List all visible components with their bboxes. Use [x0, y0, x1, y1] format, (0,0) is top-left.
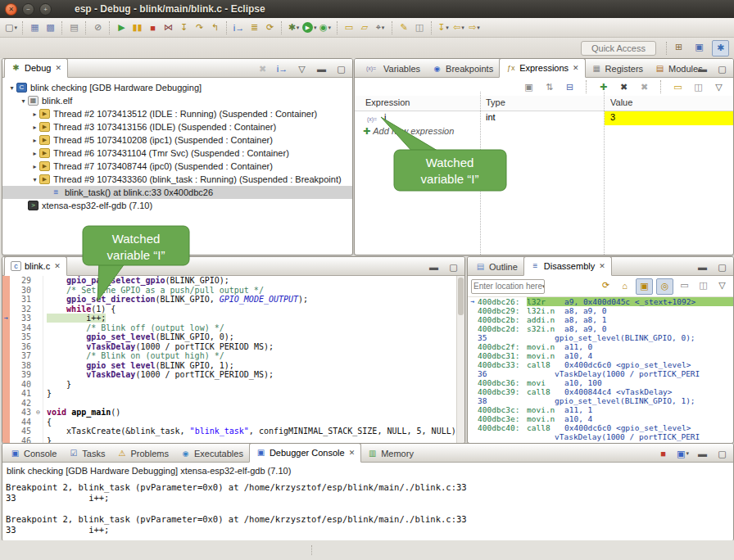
restart-button[interactable]: ⟳: [262, 20, 278, 35]
column-header-type[interactable]: Type: [486, 97, 505, 107]
editor-scrollbar-thumb[interactable]: [458, 278, 464, 315]
disassembly-source-line[interactable]: vTaskDelay(1000 / portTICK_PERI: [468, 432, 733, 441]
maximize-button[interactable]: ▢: [714, 61, 730, 76]
step-into-button[interactable]: ↧: [176, 20, 192, 35]
sync-active-context-button[interactable]: ◎: [656, 278, 673, 295]
console-tab-memory[interactable]: ▥Memory: [361, 445, 419, 462]
show-logical-structure-button[interactable]: ⇅: [541, 79, 557, 94]
expressions-tab-breakpoints[interactable]: ◉Breakpoints: [426, 61, 499, 77]
disassembly-tab-disassembly[interactable]: ≡Disassembly✕: [523, 256, 612, 276]
pin-button[interactable]: ◫: [691, 79, 706, 94]
close-tab-icon[interactable]: ✕: [55, 64, 61, 72]
disconnect-button[interactable]: ⋈: [161, 20, 176, 35]
code-line[interactable]: 42: [2, 399, 464, 409]
debug-tree-item[interactable]: ▾▦blink.elf: [2, 94, 352, 107]
code-line[interactable]: 36 vTaskDelay(1000 / portTICK_PERIOD_MS)…: [2, 342, 464, 352]
code-line[interactable]: 34 /* Blink off (output low) */: [2, 323, 464, 333]
maximize-button[interactable]: ▢: [714, 446, 730, 461]
home-button[interactable]: ⌂: [617, 278, 632, 293]
print-button[interactable]: ▤: [66, 20, 82, 35]
location-input[interactable]: Enter location here ▾: [471, 279, 545, 294]
view-menu-button[interactable]: ▽: [714, 278, 730, 293]
disassembly-source-line[interactable]: 36vTaskDelay(1000 / portTICK_PERI: [468, 369, 733, 378]
quick-access-button[interactable]: Quick Access: [581, 41, 656, 56]
disassembly-tab-outline[interactable]: ▤Outline: [469, 259, 523, 275]
current-code-line[interactable]: →33 i++;: [2, 314, 464, 323]
step-over-button[interactable]: ↷: [192, 20, 207, 35]
code-line[interactable]: 41}: [2, 389, 464, 399]
tree-expander-icon[interactable]: ▸: [30, 124, 39, 131]
code-line[interactable]: 39 vTaskDelay(1000 / portTICK_PERIOD_MS)…: [2, 370, 464, 380]
code-line[interactable]: 31 gpio_set_direction(BLINK_GPIO, GPIO_M…: [2, 295, 464, 305]
tree-expander-icon[interactable]: ▾: [30, 176, 39, 183]
column-header-expression[interactable]: Expression: [365, 97, 410, 107]
save-all-button[interactable]: ▩: [43, 20, 58, 35]
code-line[interactable]: 37 /* Blink on (output high) */: [2, 351, 464, 361]
skip-all-breakpoints-button[interactable]: ⊘: [90, 20, 106, 35]
open-element-button[interactable]: ▱: [357, 20, 373, 35]
close-tab-icon[interactable]: ✕: [573, 64, 579, 72]
instruction-stepping-button[interactable]: i→: [231, 20, 247, 35]
tree-expander-icon[interactable]: ▾: [19, 97, 28, 105]
minimize-button[interactable]: ▬: [695, 260, 710, 274]
code-line[interactable]: 38 gpio_set_level(BLINK_GPIO, 1);: [2, 361, 464, 371]
tree-expander-icon[interactable]: ▸: [30, 111, 39, 118]
debug-tree-item[interactable]: >xtensa-esp32-elf-gdb (7.10): [2, 199, 352, 212]
code-editor[interactable]: 29 gpio_pad_select_gpio(BLINK_GPIO);30 /…: [2, 276, 464, 444]
disassembly-line[interactable]: 400dbc3c:movi.na11, 1: [468, 405, 733, 414]
disassembly-line[interactable]: 400dbc29:l32i.na8, a9, 0: [468, 306, 733, 315]
console-tab-problems[interactable]: ⚠Problems: [111, 445, 174, 462]
window-maximize-button[interactable]: +: [39, 3, 52, 16]
expressions-tab-expressions[interactable]: ƒxExpressions✕: [499, 58, 585, 78]
code-line[interactable]: 45 xTaskCreate(&blink_task, "blink_task"…: [2, 427, 464, 436]
debug-tree-item[interactable]: ▸▶Thread #2 1073413512 (IDLE : Running) …: [2, 107, 352, 120]
mark-occurrences-button[interactable]: ✎: [396, 20, 412, 35]
debug-tree-item[interactable]: ▾▶Thread #9 1073433360 (blink_task : Run…: [2, 173, 352, 186]
show-source-button[interactable]: ▣: [636, 278, 653, 295]
disassembly-line[interactable]: 400dbc2b:addi.na8, a8, 1: [468, 315, 733, 324]
disassembly-line[interactable]: 400dbc36:movia10, 100: [468, 378, 733, 387]
run-button[interactable]: ▶▾: [301, 20, 318, 35]
resume-button[interactable]: ▶: [114, 20, 129, 35]
collapse-all-button[interactable]: ⊟: [562, 79, 578, 94]
minimize-button[interactable]: ▬: [695, 61, 710, 76]
column-header-value[interactable]: Value: [610, 97, 632, 107]
remove-all-terminated-button[interactable]: ✖: [255, 61, 270, 76]
code-line[interactable]: 43⊖void app_main(): [2, 408, 464, 418]
maximize-button[interactable]: ▢: [446, 260, 461, 274]
console-tab-executables[interactable]: ◉Executables: [174, 445, 249, 462]
window-close-button[interactable]: ✕: [5, 3, 17, 16]
disassembly-line[interactable]: 400dbc39:call80x400844c4 <vTaskDelay>: [468, 387, 733, 396]
console-tab-debugger-console[interactable]: ▣Debugger Console✕: [249, 443, 361, 463]
tree-expander-icon[interactable]: ▸: [30, 163, 39, 170]
remove-expression-button[interactable]: ✖: [616, 79, 632, 94]
disassembly-line[interactable]: 400dbc3e:movi.na10, 4: [468, 414, 733, 423]
close-tab-icon[interactable]: ✕: [349, 449, 356, 457]
cpp-perspective-button[interactable]: ▣: [691, 40, 707, 55]
open-perspective-button[interactable]: ⊞: [671, 40, 686, 55]
new-view-button[interactable]: ▭: [677, 278, 692, 293]
fold-marker-icon[interactable]: ⊖: [34, 408, 43, 418]
search-button[interactable]: ⌖▾: [373, 20, 388, 35]
maximize-button[interactable]: ▢: [333, 61, 349, 76]
editor-scrollbar[interactable]: [456, 276, 464, 443]
code-line[interactable]: 44{: [2, 418, 464, 427]
tree-expander-icon[interactable]: ▾: [7, 84, 16, 92]
debug-button[interactable]: ✱▾: [286, 20, 301, 35]
close-tab-icon[interactable]: ✕: [599, 262, 605, 270]
show-type-names-button[interactable]: ▣: [521, 79, 537, 94]
close-tab-icon[interactable]: ✕: [54, 262, 61, 270]
disassembly-line[interactable]: →400dbc26:l32ra9, 0x400d045c <_stext+109…: [468, 297, 733, 306]
console-output[interactable]: blink checking [GDB Hardware Debugging] …: [2, 463, 733, 541]
expressions-tab-registers[interactable]: ▦Registers: [586, 61, 649, 77]
minimize-button[interactable]: ▬: [314, 61, 329, 76]
view-menu-button[interactable]: ▽: [711, 79, 727, 94]
use-step-filters-button[interactable]: ≣: [247, 20, 262, 35]
instruction-stepping-mode-button[interactable]: i→: [274, 61, 290, 76]
pin-button[interactable]: ◫: [695, 278, 711, 293]
debug-perspective-button[interactable]: ✱: [712, 40, 729, 56]
expressions-tab-variables[interactable]: (x)=Variables: [356, 61, 426, 77]
save-button[interactable]: ▦: [27, 20, 43, 35]
display-selected-console-button[interactable]: ▣▾: [675, 446, 691, 461]
tree-expander-icon[interactable]: ▸: [30, 150, 39, 157]
